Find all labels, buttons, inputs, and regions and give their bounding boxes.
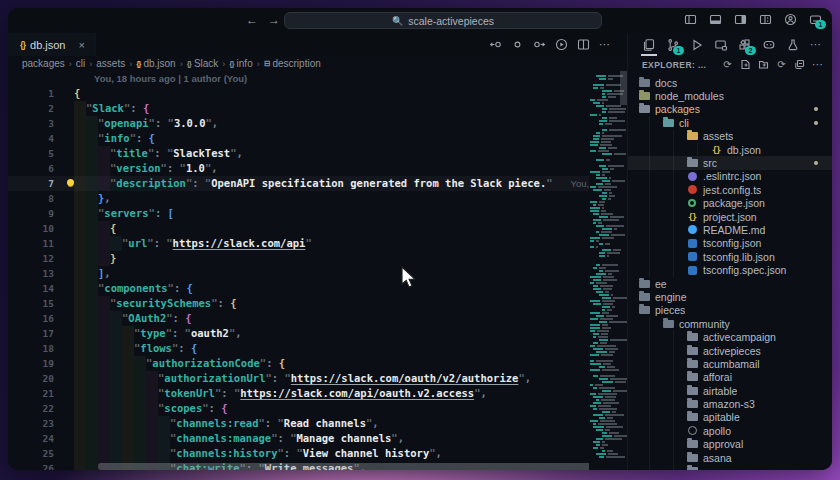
tree-item-jest-config-ts[interactable]: jest.config.ts [628,183,832,196]
tree-item-src[interactable]: src [628,156,832,169]
folder-icon [639,293,650,301]
tree-item-readme-md[interactable]: README.md [628,223,832,236]
nav-back-icon[interactable]: ← [246,12,258,28]
source-control-icon[interactable]: 1 [666,38,680,52]
minimap[interactable] [589,71,627,470]
tree-item-tsconfig-lib-json[interactable]: tsconfig.lib.json [628,250,832,263]
tree-item-apitable[interactable]: apitable [628,411,832,424]
json-file-icon: {} [20,40,25,50]
tree-item-label: approval [703,438,743,450]
code-line: 20"authorizationUrl": "https://slack.com… [8,371,589,386]
folder-icon [687,347,698,355]
new-folder-icon[interactable] [758,59,769,70]
folder-icon [687,132,698,140]
tree-item-engine[interactable]: engine [628,290,832,303]
line-number: 15 [8,296,60,311]
tree-item-label: engine [655,291,687,303]
code-line: 25"channels:history": "View channel hist… [8,446,589,461]
lightbulb-icon[interactable] [67,179,74,186]
tree-item-clipped[interactable] [628,464,832,470]
tree-item-asana[interactable]: asana [628,451,832,464]
git-blame-annotation: You, 18 hours ago | 1 author (You) [8,71,589,86]
tree-item-amazon-s3[interactable]: amazon-s3 [628,397,832,410]
tree-item-node-modules[interactable]: node_modules [628,89,832,102]
tree-item-pieces[interactable]: pieces [628,304,832,317]
breadcrumb-item[interactable]: {}Slack [187,58,219,69]
breadcrumb-item[interactable]: ⊟description [264,58,321,69]
apollo-icon [688,426,697,435]
change-icon[interactable] [511,38,524,51]
breadcrumb-item[interactable]: {}db.json [136,58,175,69]
json-icon: {} [688,212,696,222]
more-views-icon[interactable]: ⋯ [810,38,822,51]
tree-item-activecampaign[interactable]: activecampaign [628,330,832,343]
line-number: 12 [8,251,60,266]
run-file-icon[interactable] [555,38,568,51]
code-line: 2"Slack": { [8,101,589,116]
tree-item-packages[interactable]: packages [628,103,832,116]
tree-item--eslintrc-json[interactable]: .eslintrc.json [628,170,832,183]
breadcrumb-item[interactable]: assets [96,58,125,69]
more-actions-icon[interactable]: ⋯ [599,38,611,51]
tree-item-project-json[interactable]: {}project.json [628,210,832,223]
testing-beaker-icon[interactable] [786,38,800,52]
new-file-icon[interactable] [740,59,751,70]
toggle-panel-icon[interactable] [708,12,722,26]
next-change-icon[interactable] [533,38,546,51]
split-editor-icon[interactable] [577,38,590,51]
code-editor[interactable]: You, 18 hours ago | 1 author (You) 1{2"S… [8,71,589,470]
account-icon[interactable] [783,12,797,26]
tree-item-label: apitable [703,411,740,423]
tree-item-tsconfig-spec-json[interactable]: tsconfig.spec.json [628,263,832,276]
editor-group: {} db.json × [8,33,627,470]
customize-layout-icon[interactable] [758,12,772,26]
tree-item-label: tsconfig.spec.json [703,264,786,276]
code-line: 8}, [8,191,589,206]
toggle-primary-sidebar-icon[interactable] [683,12,697,26]
refresh-icon[interactable]: ⟳ [776,59,787,70]
tree-item-activepieces[interactable]: activepieces [628,344,832,357]
sync-icon[interactable]: ⟳ [722,59,733,70]
tree-item-cli[interactable]: cli [628,116,832,129]
run-debug-icon[interactable] [690,38,704,52]
tree-item-community[interactable]: community [628,317,832,330]
copilot-chat-icon[interactable] [762,38,776,52]
explorer-view-icon[interactable] [642,38,656,52]
breadcrumb-item[interactable]: {}info [229,58,252,69]
breadcrumb-item[interactable]: cli [76,58,85,69]
toggle-secondary-sidebar-icon[interactable] [733,12,747,26]
tab-db-json[interactable]: {} db.json × [8,33,96,56]
tree-item-approval[interactable]: approval [628,438,832,451]
tree-item-afforai[interactable]: afforai [628,371,832,384]
previous-change-icon[interactable] [489,38,502,51]
breadcrumb-separator: › [69,59,72,69]
inline-blame: You, [571,176,589,191]
account-badge: 1 [815,20,826,29]
tree-item-label: afforai [703,371,732,383]
horizontal-scrollbar[interactable] [98,463,589,470]
tree-item-package-json[interactable]: package.json [628,197,832,210]
tree-item-tsconfig-json[interactable]: tsconfig.json [628,237,832,250]
tree-item-airtable[interactable]: airtable [628,384,832,397]
code-line: 14"components": { [8,281,589,296]
tree-item-docs[interactable]: docs [628,76,832,89]
tab-close-icon[interactable]: × [79,39,85,51]
tree-item-acumbamail[interactable]: acumbamail [628,357,832,370]
remote-explorer-icon[interactable] [714,38,728,52]
line-number: 8 [8,191,60,206]
breadcrumb-item[interactable]: packages [22,58,65,69]
explorer-more-icon[interactable]: ⋯ [812,58,824,71]
tree-item-ee[interactable]: ee [628,277,832,290]
settings-gear-icon[interactable]: 1 [808,12,822,26]
nav-forward-icon[interactable]: → [268,12,280,28]
eslint-icon [688,172,697,181]
tree-item-apollo[interactable]: apollo [628,424,832,437]
tree-item-label: project.json [703,211,757,223]
tree-item-assets[interactable]: assets [628,130,832,143]
command-center-search[interactable]: 🔍 scale-activepieces [284,12,602,29]
collapse-all-icon[interactable] [794,59,805,70]
breadcrumb: packages›cli›assets›{}db.json›{}Slack›{}… [8,56,627,71]
tree-item-db-json[interactable]: {}db.json [628,143,832,156]
vertical-scrollbar[interactable] [620,71,627,105]
extensions-icon[interactable]: 2 [738,38,752,52]
